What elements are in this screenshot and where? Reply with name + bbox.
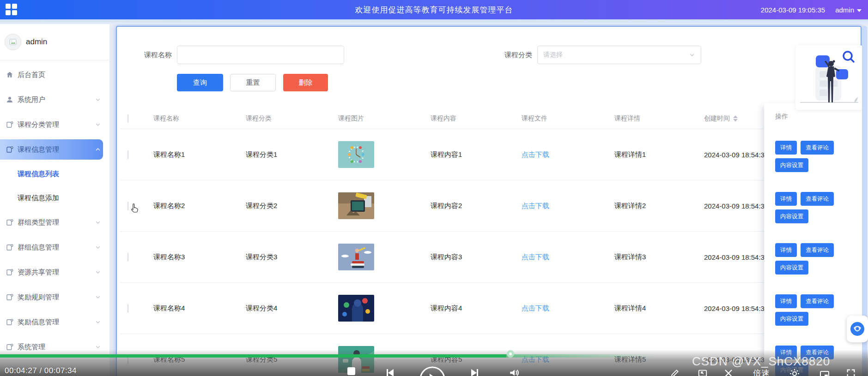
sidebar-menu-item[interactable]: 课程信息管理 (0, 137, 109, 162)
detail-button[interactable]: 详情 (775, 192, 797, 206)
content-settings-button[interactable]: 内容设置 (775, 261, 808, 275)
settings-gear-icon[interactable] (789, 368, 800, 376)
detail-button[interactable]: 详情 (775, 294, 797, 308)
sidebar-menu-item[interactable]: 奖励规则管理 (0, 285, 109, 310)
chevron-down-icon (95, 344, 101, 350)
row-actions: 详情 查看评论 内容设置 (764, 180, 862, 232)
sidebar-menu-item[interactable]: 课程分类管理 (0, 112, 109, 137)
course-image[interactable] (338, 192, 374, 219)
submenu-item-label: 课程信息列表 (18, 170, 59, 179)
col-header-file: 课程文件 (514, 114, 607, 123)
view-comments-button[interactable]: 查看评论 (801, 294, 834, 308)
download-link[interactable]: 点击下载 (522, 150, 549, 159)
content-settings-button[interactable]: 内容设置 (775, 209, 808, 223)
sidebar-menu-item[interactable]: 系统用户 (0, 87, 109, 112)
col-header-image: 课程图片 (331, 114, 423, 123)
chevron-down-icon (95, 146, 101, 153)
menu-item-label: 群组类型管理 (18, 218, 59, 227)
sidebar-menu-item[interactable]: 后台首页 (0, 62, 109, 87)
top-header: 欢迎使用促进高等教育可持续发展管理平台 2024-03-09 19:05:35 … (0, 0, 868, 19)
detail-button[interactable]: 详情 (775, 346, 797, 359)
view-comments-button[interactable]: 查看评论 (801, 243, 834, 257)
course-category-select[interactable]: 请选择 (537, 46, 701, 64)
detail-button[interactable]: 详情 (775, 243, 797, 257)
stop-button[interactable] (347, 367, 355, 375)
menu-item-icon (6, 243, 14, 251)
course-image[interactable] (338, 346, 374, 373)
previous-button[interactable] (384, 367, 395, 376)
view-comments-button[interactable]: 查看评论 (801, 346, 834, 359)
select-placeholder: 请选择 (543, 51, 689, 59)
content-settings-button[interactable]: 内容设置 (775, 312, 808, 326)
progress-handle[interactable] (507, 350, 514, 358)
next-button[interactable] (469, 367, 480, 376)
header-datetime: 2024-03-09 19:05:35 (761, 6, 825, 14)
table-row: 课程名称1 课程分类1 课程内容1 点击下载 课程详情1 2024-03-09 … (120, 129, 807, 180)
menu-item-label: 课程分类管理 (18, 120, 59, 129)
sort-control[interactable] (733, 115, 738, 122)
row-checkbox[interactable] (127, 202, 128, 210)
view-comments-button[interactable]: 查看评论 (801, 192, 834, 206)
playback-speed-button[interactable]: 倍速 (753, 368, 770, 376)
reset-button[interactable]: 重置 (230, 74, 276, 91)
course-name-cell: 课程名称1 (146, 150, 238, 159)
course-table: 课程名称 课程分类 课程图片 课程内容 课程文件 课程详情 创建时间 课程名称1… (120, 108, 807, 376)
course-content-cell: 课程内容3 (423, 253, 514, 262)
table-body: 课程名称1 课程分类1 课程内容1 点击下载 课程详情1 2024-03-09 … (120, 129, 807, 376)
menu-item-label: 奖励信息管理 (18, 318, 59, 327)
sidebar-menu-item[interactable]: 群组信息管理 (0, 235, 109, 260)
delete-button[interactable]: 删除 (283, 74, 328, 91)
table-header-row: 课程名称 课程分类 课程图片 课程内容 课程文件 课程详情 创建时间 (120, 108, 807, 129)
annotate-pencil-icon[interactable] (670, 368, 680, 376)
table-row: 课程名称2 课程分类2 课程内容2 点击下载 课程详情2 2024-03-09 … (120, 180, 807, 232)
fullscreen-icon[interactable] (846, 368, 856, 376)
chevron-down-icon (857, 9, 862, 12)
course-name-cell: 课程名称2 (146, 202, 238, 210)
sidebar-menu-item[interactable]: 群组类型管理 (0, 210, 109, 235)
progress-bar-played[interactable] (0, 354, 506, 358)
app-window: 欢迎使用促进高等教育可持续发展管理平台 2024-03-09 19:05:35 … (0, 0, 868, 376)
page-title: 欢迎使用促进高等教育可持续发展管理平台 (0, 5, 868, 15)
sidebar-menu-item[interactable]: 资源共享管理 (0, 260, 109, 285)
mini-player-icon[interactable] (819, 369, 830, 376)
download-link[interactable]: 点击下载 (522, 304, 549, 313)
content-settings-button[interactable]: 内容设置 (775, 158, 808, 172)
row-checkbox[interactable] (127, 150, 128, 159)
col-header-name: 课程名称 (146, 114, 238, 123)
row-actions: 详情 查看评论 内容设置 (764, 232, 862, 283)
download-link[interactable]: 点击下载 (522, 253, 549, 262)
chevron-down-icon (95, 269, 101, 275)
view-comments-button[interactable]: 查看评论 (801, 141, 834, 155)
search-illustration (795, 45, 863, 110)
assistant-icon (850, 322, 865, 336)
course-image[interactable] (338, 141, 374, 168)
user-menu[interactable]: admin (835, 6, 862, 14)
assistant-floating-button[interactable] (847, 316, 868, 342)
progress-bar-track[interactable] (506, 354, 659, 358)
course-detail-cell: 课程详情1 (607, 150, 697, 159)
detail-button[interactable]: 详情 (775, 141, 797, 155)
course-image[interactable] (338, 244, 374, 270)
menu-item-label: 后台首页 (18, 71, 45, 79)
search-button[interactable]: 查询 (177, 74, 223, 91)
course-image[interactable] (338, 295, 374, 322)
submenu-item-label: 课程信息添加 (18, 194, 59, 203)
sidebar-submenu-item[interactable]: 课程信息列表 (0, 162, 109, 186)
volume-icon[interactable] (508, 367, 520, 376)
select-all-checkbox[interactable] (127, 114, 128, 123)
col-header-content: 课程内容 (423, 114, 514, 123)
close-icon[interactable] (723, 368, 734, 376)
sidebar-submenu-item[interactable]: 课程信息添加 (0, 186, 109, 210)
download-link[interactable]: 点击下载 (522, 202, 549, 210)
user-name: admin (835, 6, 854, 14)
chevron-down-icon (95, 219, 101, 226)
menu-item-icon (6, 120, 14, 129)
table-row: 课程名称4 课程分类4 课程内容4 点击下载 课程详情4 2024-03-09 … (120, 283, 807, 334)
row-checkbox[interactable] (127, 253, 128, 262)
sidebar-menu: 后台首页 系统用户 课程分类管理 课程信息管理 课程信息列表 课程信息添加 群组… (0, 60, 109, 359)
sidebar-menu-item[interactable]: 奖励信息管理 (0, 310, 109, 334)
row-checkbox[interactable] (127, 304, 128, 313)
screenshot-icon[interactable] (698, 368, 708, 376)
course-name-input[interactable] (177, 46, 344, 64)
play-button[interactable] (419, 366, 445, 376)
